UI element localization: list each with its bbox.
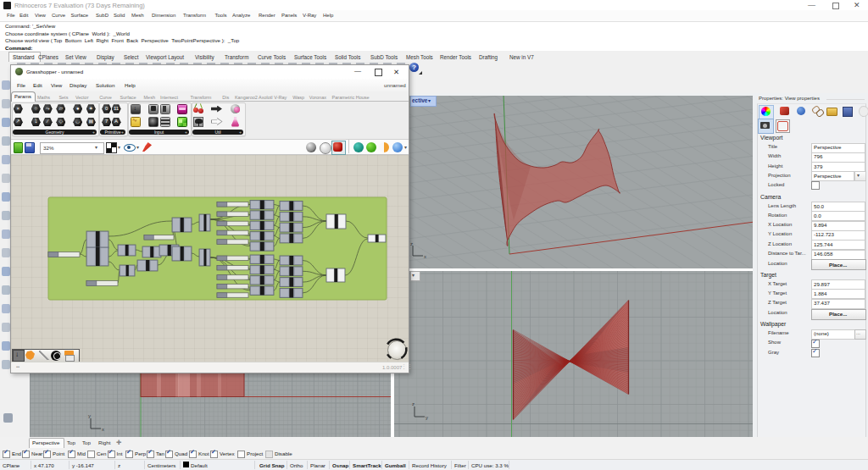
svg-text:x: x xyxy=(424,254,426,259)
svg-text:y: y xyxy=(88,413,91,418)
svg-text:x: x xyxy=(102,427,104,432)
svg-text:z: z xyxy=(412,401,415,406)
svg-text:z: z xyxy=(410,241,413,246)
svg-text:y: y xyxy=(426,415,428,420)
